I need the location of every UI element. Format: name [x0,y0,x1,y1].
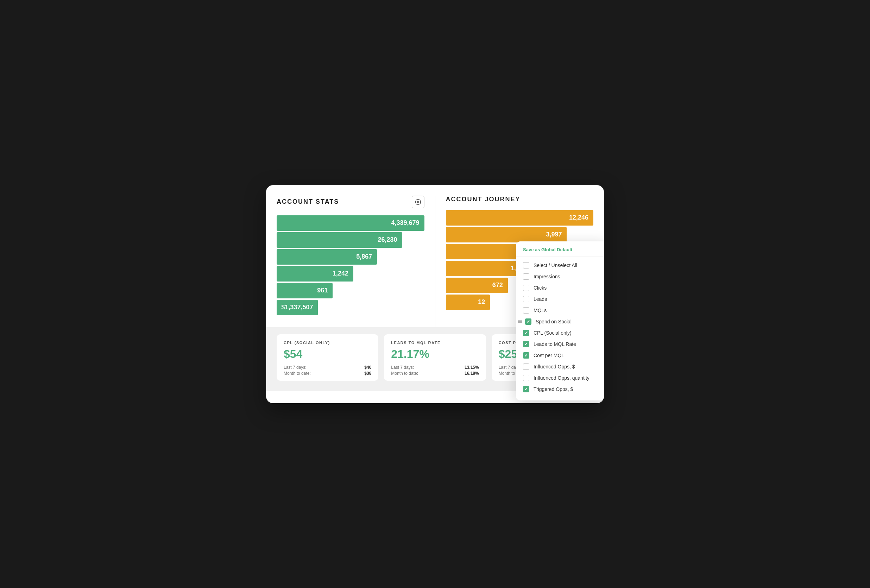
checkbox-impressions[interactable] [523,274,529,280]
dropdown-items: Select / Unselect AllImpressionsClicksLe… [516,260,604,395]
dropdown-item-clicks[interactable]: Clicks [516,282,604,293]
dropdown-item-label-leads: Leads [533,296,547,302]
dropdown-item-label-cpl-social: CPL (Social only) [533,330,572,336]
stat-row-val: 16.18% [465,371,479,376]
dropdown-item-label-triggered-opps: Triggered Opps, $ [533,386,573,392]
stat-row-val: $40 [364,365,371,370]
vertical-divider [435,196,435,327]
dropdown-overlay: Save as Global Default Select / Unselect… [516,241,604,400]
checkbox-mqls[interactable] [523,307,529,314]
dropdown-item-label-leads-to-mql: Leads to MQL Rate [533,341,576,347]
stat-row-val: $38 [364,371,371,376]
stat-card-row-1-0: Last 7 days:13.15% [391,365,479,370]
dropdown-item-label-influenced-opps-dollar: Influenced Opps, $ [533,364,575,369]
journey-funnel-bar-4: 672 [446,278,508,293]
checkbox-cost-per-mql[interactable] [523,352,529,359]
stats-bar-label-4: 961 [317,287,328,294]
stat-row-val: 13.15% [465,365,479,370]
gear-button[interactable] [412,196,425,208]
stats-funnel-bar-2: 5,867 [277,249,377,265]
stats-funnel-bar-5: $1,337,507 [277,300,318,315]
stat-card-row-0-0: Last 7 days:$40 [284,365,371,370]
save-global-label[interactable]: Save as Global Default [516,247,604,257]
stats-bar-label-3: 1,242 [332,270,349,277]
dropdown-item-label-mqls: MQLs [533,308,547,313]
stat-card-0: CPL (SOCIAL ONLY)$54Last 7 days:$40Month… [277,334,378,381]
stats-panel-header: ACCOUNT STATS [277,196,425,208]
journey-bar-label-5: 12 [478,298,485,306]
stat-card-title-1: LEADS TO MQL RATE [391,341,479,345]
journey-funnel-bar-0: 12,246 [446,210,594,226]
checkbox-leads[interactable] [523,296,529,302]
checkbox-spend-on-social[interactable] [525,319,532,325]
checkbox-leads-to-mql[interactable] [523,341,529,347]
stats-funnel: 4,339,67926,2305,8671,242961$1,337,507 [277,215,425,315]
journey-bar-label-4: 672 [492,281,503,289]
stat-card-row-0-1: Month to date:$38 [284,371,371,376]
stat-card-row-1-1: Month to date:16.18% [391,371,479,376]
checkbox-select-all[interactable] [523,262,529,268]
gear-icon [415,199,421,205]
stat-card-rows-1: Last 7 days:13.15%Month to date:16.18% [391,365,479,376]
stat-card-value-1: 21.17% [391,348,479,361]
stat-card-rows-0: Last 7 days:$40Month to date:$38 [284,365,371,376]
account-stats-panel: ACCOUNT STATS 4,339,67926,2305,8671,2429… [277,196,425,327]
dropdown-item-leads[interactable]: Leads [516,293,604,305]
stat-card-value-0: $54 [284,348,371,361]
journey-panel-header: ACCOUNT JOURNEY [446,196,594,203]
stat-card-1: LEADS TO MQL RATE21.17%Last 7 days:13.15… [384,334,486,381]
dropdown-item-select-all[interactable]: Select / Unselect All [516,260,604,271]
stat-row-label: Month to date: [284,371,311,376]
stats-funnel-bar-4: 961 [277,283,332,298]
dropdown-item-influenced-opps-dollar[interactable]: Influenced Opps, $ [516,361,604,372]
dropdown-item-label-clicks: Clicks [533,285,547,291]
journey-bar-label-1: 3,997 [546,231,562,238]
stats-bar-label-1: 26,230 [378,236,397,244]
svg-point-0 [417,201,419,203]
dropdown-item-cpl-social[interactable]: CPL (Social only) [516,327,604,338]
checkbox-influenced-opps-dollar[interactable] [523,363,529,370]
journey-title: ACCOUNT JOURNEY [446,196,520,203]
dropdown-item-spend-on-social[interactable]: Spend on Social [516,316,604,327]
stats-bar-label-5: $1,337,507 [281,304,313,311]
stats-funnel-bar-1: 26,230 [277,232,402,248]
dropdown-item-label-influenced-opps-qty: Influenced Opps, quantity [533,375,590,381]
dropdown-item-cost-per-mql[interactable]: Cost per MQL [516,350,604,361]
dropdown-item-label-select-all: Select / Unselect All [533,262,577,268]
checkbox-influenced-opps-qty[interactable] [523,375,529,381]
stats-funnel-bar-3: 1,242 [277,266,353,281]
main-card: ACCOUNT STATS 4,339,67926,2305,8671,2429… [266,185,604,403]
stat-card-title-0: CPL (SOCIAL ONLY) [284,341,371,345]
stats-bar-label-0: 4,339,679 [391,219,419,226]
journey-funnel-bar-5: 12 [446,295,490,310]
checkbox-cpl-social[interactable] [523,330,529,336]
stat-row-label: Last 7 days: [391,365,414,370]
checkbox-triggered-opps[interactable] [523,386,529,392]
stats-bar-label-2: 5,867 [356,253,372,261]
stat-row-label: Month to date: [391,371,418,376]
journey-bar-label-0: 12,246 [569,214,588,221]
dropdown-item-triggered-opps[interactable]: Triggered Opps, $ [516,384,604,395]
dropdown-item-label-spend-on-social: Spend on Social [536,319,572,325]
dropdown-item-impressions[interactable]: Impressions [516,271,604,282]
dropdown-item-mqls[interactable]: MQLs [516,305,604,316]
stat-row-label: Last 7 days: [284,365,307,370]
journey-funnel-bar-1: 3,997 [446,227,567,243]
stats-funnel-bar-0: 4,339,679 [277,215,425,231]
stats-title: ACCOUNT STATS [277,198,339,205]
dropdown-item-influenced-opps-qty[interactable]: Influenced Opps, quantity [516,372,604,384]
dropdown-item-label-impressions: Impressions [533,274,560,279]
drag-handle-icon [518,320,522,323]
dropdown-item-label-cost-per-mql: Cost per MQL [533,353,564,358]
checkbox-clicks[interactable] [523,285,529,291]
dropdown-item-leads-to-mql[interactable]: Leads to MQL Rate [516,338,604,350]
